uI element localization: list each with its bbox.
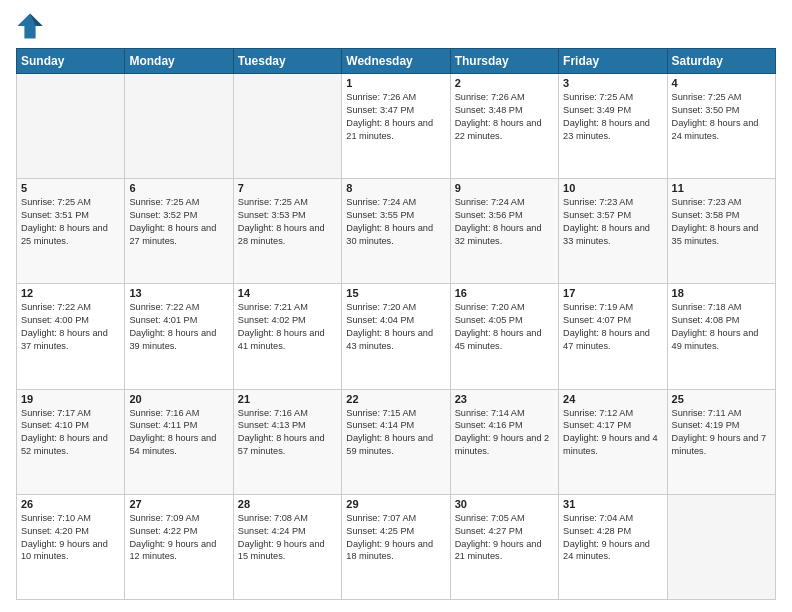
calendar-cell <box>125 74 233 179</box>
day-info: Sunrise: 7:08 AM Sunset: 4:24 PM Dayligh… <box>238 512 337 564</box>
day-info: Sunrise: 7:12 AM Sunset: 4:17 PM Dayligh… <box>563 407 662 459</box>
day-info: Sunrise: 7:20 AM Sunset: 4:05 PM Dayligh… <box>455 301 554 353</box>
calendar-cell: 23Sunrise: 7:14 AM Sunset: 4:16 PM Dayli… <box>450 389 558 494</box>
calendar-cell: 29Sunrise: 7:07 AM Sunset: 4:25 PM Dayli… <box>342 494 450 599</box>
day-number: 30 <box>455 498 554 510</box>
calendar-cell: 6Sunrise: 7:25 AM Sunset: 3:52 PM Daylig… <box>125 179 233 284</box>
day-number: 23 <box>455 393 554 405</box>
day-number: 17 <box>563 287 662 299</box>
weekday-header-saturday: Saturday <box>667 49 775 74</box>
calendar-cell: 22Sunrise: 7:15 AM Sunset: 4:14 PM Dayli… <box>342 389 450 494</box>
calendar-week-row: 26Sunrise: 7:10 AM Sunset: 4:20 PM Dayli… <box>17 494 776 599</box>
calendar-cell: 8Sunrise: 7:24 AM Sunset: 3:55 PM Daylig… <box>342 179 450 284</box>
day-number: 12 <box>21 287 120 299</box>
calendar-cell <box>667 494 775 599</box>
calendar-cell: 11Sunrise: 7:23 AM Sunset: 3:58 PM Dayli… <box>667 179 775 284</box>
day-number: 18 <box>672 287 771 299</box>
day-number: 5 <box>21 182 120 194</box>
calendar-cell: 15Sunrise: 7:20 AM Sunset: 4:04 PM Dayli… <box>342 284 450 389</box>
day-info: Sunrise: 7:16 AM Sunset: 4:13 PM Dayligh… <box>238 407 337 459</box>
day-number: 27 <box>129 498 228 510</box>
calendar-cell: 27Sunrise: 7:09 AM Sunset: 4:22 PM Dayli… <box>125 494 233 599</box>
logo-icon <box>16 12 44 40</box>
calendar-week-row: 12Sunrise: 7:22 AM Sunset: 4:00 PM Dayli… <box>17 284 776 389</box>
day-number: 24 <box>563 393 662 405</box>
calendar-cell: 13Sunrise: 7:22 AM Sunset: 4:01 PM Dayli… <box>125 284 233 389</box>
weekday-header-tuesday: Tuesday <box>233 49 341 74</box>
day-info: Sunrise: 7:04 AM Sunset: 4:28 PM Dayligh… <box>563 512 662 564</box>
day-info: Sunrise: 7:19 AM Sunset: 4:07 PM Dayligh… <box>563 301 662 353</box>
calendar-cell: 14Sunrise: 7:21 AM Sunset: 4:02 PM Dayli… <box>233 284 341 389</box>
day-info: Sunrise: 7:25 AM Sunset: 3:53 PM Dayligh… <box>238 196 337 248</box>
day-info: Sunrise: 7:16 AM Sunset: 4:11 PM Dayligh… <box>129 407 228 459</box>
day-info: Sunrise: 7:22 AM Sunset: 4:01 PM Dayligh… <box>129 301 228 353</box>
calendar-cell: 28Sunrise: 7:08 AM Sunset: 4:24 PM Dayli… <box>233 494 341 599</box>
day-number: 14 <box>238 287 337 299</box>
calendar-cell: 10Sunrise: 7:23 AM Sunset: 3:57 PM Dayli… <box>559 179 667 284</box>
day-info: Sunrise: 7:22 AM Sunset: 4:00 PM Dayligh… <box>21 301 120 353</box>
day-number: 26 <box>21 498 120 510</box>
calendar-cell: 20Sunrise: 7:16 AM Sunset: 4:11 PM Dayli… <box>125 389 233 494</box>
calendar-cell: 4Sunrise: 7:25 AM Sunset: 3:50 PM Daylig… <box>667 74 775 179</box>
day-info: Sunrise: 7:25 AM Sunset: 3:49 PM Dayligh… <box>563 91 662 143</box>
day-number: 3 <box>563 77 662 89</box>
day-info: Sunrise: 7:07 AM Sunset: 4:25 PM Dayligh… <box>346 512 445 564</box>
logo <box>16 12 46 40</box>
day-info: Sunrise: 7:25 AM Sunset: 3:52 PM Dayligh… <box>129 196 228 248</box>
calendar-cell: 24Sunrise: 7:12 AM Sunset: 4:17 PM Dayli… <box>559 389 667 494</box>
day-number: 2 <box>455 77 554 89</box>
calendar-cell <box>233 74 341 179</box>
day-info: Sunrise: 7:18 AM Sunset: 4:08 PM Dayligh… <box>672 301 771 353</box>
weekday-header-row: SundayMondayTuesdayWednesdayThursdayFrid… <box>17 49 776 74</box>
calendar-cell: 7Sunrise: 7:25 AM Sunset: 3:53 PM Daylig… <box>233 179 341 284</box>
page: SundayMondayTuesdayWednesdayThursdayFrid… <box>0 0 792 612</box>
calendar-cell: 9Sunrise: 7:24 AM Sunset: 3:56 PM Daylig… <box>450 179 558 284</box>
day-number: 28 <box>238 498 337 510</box>
day-number: 29 <box>346 498 445 510</box>
day-number: 8 <box>346 182 445 194</box>
weekday-header-thursday: Thursday <box>450 49 558 74</box>
day-info: Sunrise: 7:24 AM Sunset: 3:56 PM Dayligh… <box>455 196 554 248</box>
day-info: Sunrise: 7:11 AM Sunset: 4:19 PM Dayligh… <box>672 407 771 459</box>
day-number: 22 <box>346 393 445 405</box>
calendar-cell: 31Sunrise: 7:04 AM Sunset: 4:28 PM Dayli… <box>559 494 667 599</box>
calendar-week-row: 19Sunrise: 7:17 AM Sunset: 4:10 PM Dayli… <box>17 389 776 494</box>
day-number: 25 <box>672 393 771 405</box>
calendar-cell <box>17 74 125 179</box>
day-number: 13 <box>129 287 228 299</box>
day-info: Sunrise: 7:21 AM Sunset: 4:02 PM Dayligh… <box>238 301 337 353</box>
calendar-cell: 17Sunrise: 7:19 AM Sunset: 4:07 PM Dayli… <box>559 284 667 389</box>
day-info: Sunrise: 7:24 AM Sunset: 3:55 PM Dayligh… <box>346 196 445 248</box>
weekday-header-sunday: Sunday <box>17 49 125 74</box>
header <box>16 12 776 40</box>
day-number: 4 <box>672 77 771 89</box>
day-number: 15 <box>346 287 445 299</box>
weekday-header-friday: Friday <box>559 49 667 74</box>
day-info: Sunrise: 7:09 AM Sunset: 4:22 PM Dayligh… <box>129 512 228 564</box>
calendar-cell: 2Sunrise: 7:26 AM Sunset: 3:48 PM Daylig… <box>450 74 558 179</box>
day-info: Sunrise: 7:14 AM Sunset: 4:16 PM Dayligh… <box>455 407 554 459</box>
day-number: 11 <box>672 182 771 194</box>
day-number: 9 <box>455 182 554 194</box>
calendar-cell: 12Sunrise: 7:22 AM Sunset: 4:00 PM Dayli… <box>17 284 125 389</box>
calendar-cell: 25Sunrise: 7:11 AM Sunset: 4:19 PM Dayli… <box>667 389 775 494</box>
day-info: Sunrise: 7:25 AM Sunset: 3:50 PM Dayligh… <box>672 91 771 143</box>
calendar-week-row: 5Sunrise: 7:25 AM Sunset: 3:51 PM Daylig… <box>17 179 776 284</box>
day-info: Sunrise: 7:23 AM Sunset: 3:58 PM Dayligh… <box>672 196 771 248</box>
calendar-cell: 19Sunrise: 7:17 AM Sunset: 4:10 PM Dayli… <box>17 389 125 494</box>
weekday-header-wednesday: Wednesday <box>342 49 450 74</box>
day-number: 19 <box>21 393 120 405</box>
day-info: Sunrise: 7:25 AM Sunset: 3:51 PM Dayligh… <box>21 196 120 248</box>
calendar-cell: 16Sunrise: 7:20 AM Sunset: 4:05 PM Dayli… <box>450 284 558 389</box>
calendar-cell: 30Sunrise: 7:05 AM Sunset: 4:27 PM Dayli… <box>450 494 558 599</box>
day-number: 6 <box>129 182 228 194</box>
day-number: 31 <box>563 498 662 510</box>
day-info: Sunrise: 7:26 AM Sunset: 3:47 PM Dayligh… <box>346 91 445 143</box>
calendar-cell: 1Sunrise: 7:26 AM Sunset: 3:47 PM Daylig… <box>342 74 450 179</box>
day-number: 10 <box>563 182 662 194</box>
calendar-cell: 18Sunrise: 7:18 AM Sunset: 4:08 PM Dayli… <box>667 284 775 389</box>
day-info: Sunrise: 7:17 AM Sunset: 4:10 PM Dayligh… <box>21 407 120 459</box>
calendar-week-row: 1Sunrise: 7:26 AM Sunset: 3:47 PM Daylig… <box>17 74 776 179</box>
day-info: Sunrise: 7:23 AM Sunset: 3:57 PM Dayligh… <box>563 196 662 248</box>
calendar-cell: 21Sunrise: 7:16 AM Sunset: 4:13 PM Dayli… <box>233 389 341 494</box>
